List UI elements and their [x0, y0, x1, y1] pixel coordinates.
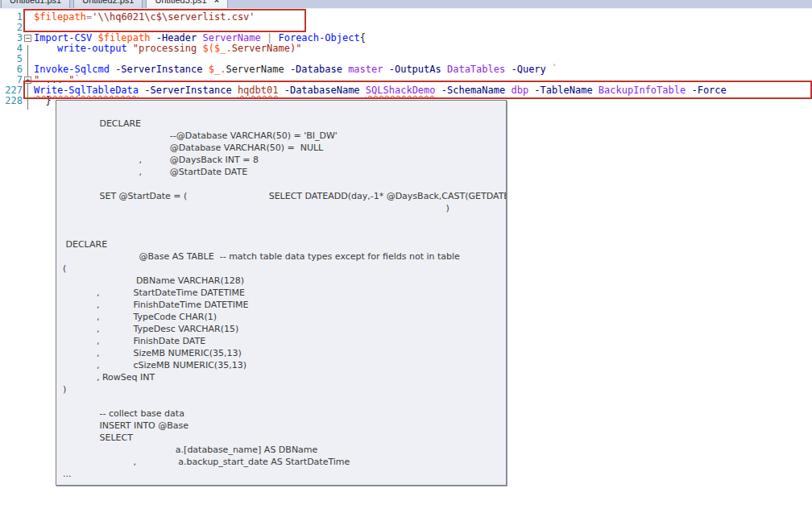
code-token: Import-CSV: [34, 32, 92, 43]
code-token: -Database: [284, 64, 342, 75]
tab-strip: Untitled1.ps1Untitled2.ps1Untitled3.ps1×: [1, 0, 228, 9]
code-text: Write-SqlTableData -ServerInstance hqdbt…: [34, 85, 727, 96]
code-token: -DatabaseName: [278, 85, 365, 96]
code-token: Foreach-Object: [278, 32, 359, 43]
tab-label: Untitled3.ps1: [155, 0, 206, 5]
code-token: '\\hq6021\c$\serverlist.csv': [92, 11, 255, 23]
code-token: dbp: [511, 85, 528, 96]
code-token: $_.: [203, 64, 226, 75]
fold-margin: [23, 64, 34, 75]
code-text: $filepath='\\hq6021\c$\serverlist.csv': [34, 12, 255, 23]
sql-line: SET @StartDate = ( SELECT DATEADD(day,-1…: [57, 190, 507, 202]
line-number: 228: [0, 96, 23, 106]
sql-line: , @StartDate DATE: [57, 166, 507, 178]
sql-line: , @DaysBack INT = 8: [57, 154, 507, 166]
fold-margin: [23, 85, 34, 96]
sql-line: a.[database_name] AS DBName: [57, 444, 507, 456]
fold-margin: [23, 43, 34, 54]
sql-line: , cSizeMB NUMERIC(35,13): [57, 359, 507, 371]
sql-line: --@Database VARCHAR(50) = 'BI_DW': [57, 130, 507, 142]
code-token: -TableName: [528, 85, 599, 96]
code-token: Invoke-Sqlcmd: [34, 64, 110, 75]
code-token: $filepath: [34, 11, 86, 23]
sql-line: [57, 226, 507, 238]
sql-query-tooltip: DECLARE --@Database VARCHAR(50) = 'BI_DW…: [56, 100, 507, 486]
code-token: [34, 43, 57, 54]
sql-line: ): [57, 383, 507, 395]
code-token: ServerName: [226, 64, 284, 75]
fold-marker-expand-icon[interactable]: +: [24, 77, 31, 84]
sql-line: [57, 178, 507, 190]
code-token: hqdbt01: [238, 85, 279, 96]
code-token: `: [546, 64, 557, 75]
code-token: -ServerInstance: [110, 64, 203, 75]
code-token: -SchemaName: [436, 85, 512, 96]
sql-line: , FinishDate DATE: [57, 335, 507, 347]
sql-line: (: [57, 263, 507, 275]
tab-untitled2-ps1[interactable]: Untitled2.ps1: [73, 0, 143, 9]
code-token: " ... ": [34, 74, 75, 85]
fold-margin: −: [23, 33, 34, 43]
code-line[interactable]: 227Write-SqlTableData -ServerInstance hq…: [0, 85, 727, 96]
tab-label: Untitled1.ps1: [10, 0, 61, 5]
tab-untitled1-ps1[interactable]: Untitled1.ps1: [1, 0, 70, 9]
code-token: ServerName)": [232, 43, 302, 54]
sql-query-text: DECLARE --@Database VARCHAR(50) = 'BI_DW…: [57, 118, 507, 480]
fold-margin: [23, 96, 34, 106]
code-token: -Force: [686, 85, 727, 96]
fold-margin: +: [23, 75, 34, 85]
code-token: $filepath: [92, 32, 150, 43]
sql-line: , TypeDesc VARCHAR(15): [57, 323, 507, 335]
code-line[interactable]: 1$filepath='\\hq6021\c$\serverlist.csv': [0, 12, 727, 23]
sql-line: @Base AS TABLE -- match table data types…: [57, 250, 507, 263]
code-token: -Query: [505, 64, 546, 75]
sql-line: -- collect base data: [57, 408, 507, 420]
code-token: "processing: [127, 43, 203, 54]
fold-margin: [23, 12, 34, 23]
fold-margin: [23, 23, 34, 33]
code-lines: 1$filepath='\\hq6021\c$\serverlist.csv'2…: [0, 12, 727, 106]
sql-line: [57, 214, 507, 226]
code-token: ServerName: [197, 32, 260, 43]
code-token: SQLShackDemo: [366, 85, 436, 96]
sql-line: ...: [57, 468, 507, 480]
sql-line: , TypeCode CHAR(1): [57, 311, 507, 323]
close-icon[interactable]: ×: [214, 0, 219, 4]
tab-bar: Untitled1.ps1Untitled2.ps1Untitled3.ps1×: [0, 0, 812, 9]
code-token: |: [261, 32, 279, 43]
code-editor[interactable]: 1$filepath='\\hq6021\c$\serverlist.csv'2…: [0, 9, 812, 509]
sql-line: ): [57, 202, 507, 214]
tab-label: Untitled2.ps1: [82, 0, 134, 5]
code-token: -OutputAs: [383, 64, 441, 75]
code-token: $($_.: [203, 43, 232, 54]
code-token: BackupInfoTable: [599, 85, 686, 96]
sql-line: , StartDateTime DATETIME: [57, 287, 507, 299]
code-line[interactable]: 4 write-output "processing $($_.ServerNa…: [0, 43, 727, 54]
sql-line: INSERT INTO @Base: [57, 420, 507, 432]
code-token: Write-SqlTableData: [34, 85, 139, 96]
sql-line: , a.backup_start_date AS StartDateTime: [57, 456, 507, 468]
sql-line: , FinishDateTime DATETIME: [57, 299, 507, 311]
sql-line: DECLARE: [57, 238, 507, 250]
fold-margin: [23, 54, 34, 64]
code-token: master: [342, 64, 383, 75]
code-token: {: [360, 32, 366, 43]
code-text: Invoke-Sqlcmd -ServerInstance $_.ServerN…: [34, 64, 557, 75]
sql-line: DBName VARCHAR(128): [57, 275, 507, 287]
code-text: write-output "processing $($_.ServerName…: [34, 43, 301, 54]
sql-line: @Database VARCHAR(50) = NULL: [57, 142, 507, 154]
sql-line: SELECT: [57, 432, 507, 444]
code-token: `: [75, 74, 81, 85]
code-token: DataTables: [441, 64, 505, 75]
code-token: -ServerInstance: [139, 85, 238, 96]
code-text: }: [34, 96, 52, 106]
sql-line: [57, 395, 507, 408]
sql-line: , SizeMB NUMERIC(35,13): [57, 347, 507, 359]
code-line[interactable]: 6Invoke-Sqlcmd -ServerInstance $_.Server…: [0, 64, 727, 75]
code-token: -Header: [151, 32, 197, 43]
tab-untitled3-ps1[interactable]: Untitled3.ps1×: [146, 0, 228, 9]
fold-marker-collapse-icon[interactable]: −: [24, 35, 31, 42]
sql-line: DECLARE: [57, 118, 507, 130]
code-token: write-output: [57, 43, 127, 54]
sql-line: , RowSeq INT: [57, 371, 507, 383]
